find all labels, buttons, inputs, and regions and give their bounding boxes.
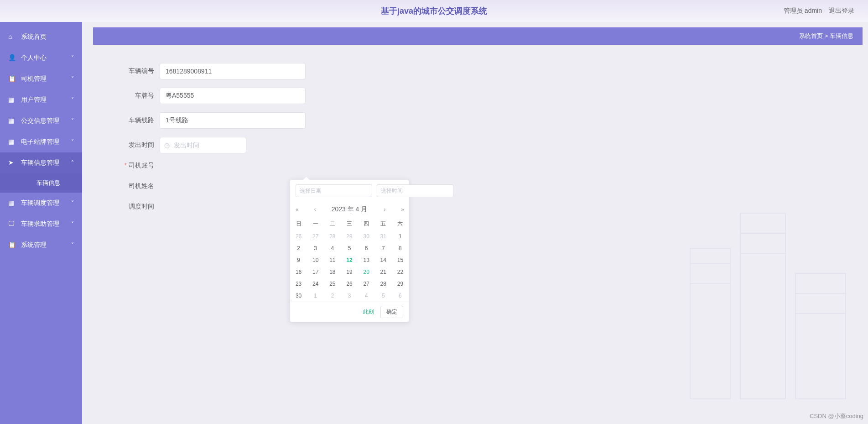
calendar-day[interactable]: 3: [307, 242, 324, 254]
sidebar-item-label: 公交信息管理: [21, 117, 59, 125]
grid-icon: ▦: [8, 96, 16, 104]
header: 基于java的城市公交调度系统 管理员 admin 退出登录: [0, 0, 868, 22]
calendar-day[interactable]: 1: [307, 290, 324, 302]
calendar-day[interactable]: 31: [375, 230, 392, 242]
input-route[interactable]: [160, 112, 306, 129]
calendar-day[interactable]: 8: [392, 242, 409, 254]
send-icon: ➤: [8, 159, 16, 167]
breadcrumb-home[interactable]: 系统首页: [799, 32, 823, 39]
chevron-down-icon: ˅: [71, 200, 74, 206]
chevron-down-icon: ˅: [71, 242, 74, 248]
calendar-day[interactable]: 20: [358, 266, 375, 278]
calendar-day[interactable]: 23: [290, 278, 307, 290]
calendar-day[interactable]: 10: [307, 254, 324, 266]
calendar-day[interactable]: 26: [341, 278, 358, 290]
calendar-day[interactable]: 11: [324, 254, 341, 266]
label-driver-account: 司机账号: [109, 162, 160, 170]
header-right: 管理员 admin 退出登录: [784, 7, 868, 15]
watermark: CSDN @小蔡coding: [810, 412, 863, 420]
calendar-day[interactable]: 28: [324, 230, 341, 242]
calendar-day[interactable]: 6: [392, 290, 409, 302]
weekday-header: 二: [324, 217, 341, 230]
weekday-header: 六: [392, 217, 409, 230]
calendar-day[interactable]: 1: [392, 230, 409, 242]
calendar-day[interactable]: 27: [358, 278, 375, 290]
calendar-day[interactable]: 5: [375, 290, 392, 302]
calendar-day[interactable]: 27: [307, 230, 324, 242]
calendar-day[interactable]: 6: [358, 242, 375, 254]
input-vehicle-id[interactable]: [160, 63, 306, 79]
sidebar-item-4[interactable]: ▦公交信息管理˅: [0, 110, 82, 131]
next-year-icon[interactable]: »: [401, 206, 403, 213]
input-plate[interactable]: [160, 88, 306, 104]
calendar-day[interactable]: 16: [290, 266, 307, 278]
datepicker-title: 2023 年 4 月: [332, 205, 368, 214]
calendar-day[interactable]: 30: [290, 290, 307, 302]
sidebar-item-0[interactable]: ⌂系统首页: [0, 26, 82, 47]
weekday-header: 一: [307, 217, 324, 230]
prev-year-icon[interactable]: «: [296, 206, 298, 213]
calendar-day[interactable]: 2: [290, 242, 307, 254]
sidebar-item-1[interactable]: 👤个人中心˅: [0, 47, 82, 68]
submenu-item[interactable]: 车辆信息: [0, 173, 82, 193]
calendar-day[interactable]: 9: [290, 254, 307, 266]
breadcrumb: 系统首页 > 车辆信息: [93, 27, 863, 45]
calendar-day[interactable]: 29: [341, 230, 358, 242]
sidebar-item-5[interactable]: ▦电子站牌管理˅: [0, 131, 82, 152]
sidebar-item-label: 用户管理: [21, 96, 47, 104]
sidebar-item-3[interactable]: ▦用户管理˅: [0, 89, 82, 110]
sidebar-item-label: 司机管理: [21, 75, 47, 83]
logout-link[interactable]: 退出登录: [829, 7, 854, 15]
calendar-day[interactable]: 18: [324, 266, 341, 278]
label-route: 车辆线路: [109, 116, 160, 125]
prev-month-icon[interactable]: ‹: [314, 206, 315, 213]
ok-button[interactable]: 确定: [380, 306, 403, 318]
calendar-day[interactable]: 3: [341, 290, 358, 302]
clock-icon: ◷: [164, 141, 170, 149]
grid-icon: ▦: [8, 138, 16, 146]
sidebar-item-label: 车辆调度管理: [21, 199, 59, 207]
input-depart-time[interactable]: [160, 137, 246, 153]
sidebar-item-label: 系统首页: [21, 33, 47, 41]
breadcrumb-current: 车辆信息: [830, 32, 853, 39]
now-button[interactable]: 此刻: [363, 309, 374, 315]
weekday-header: 三: [341, 217, 358, 230]
weekday-header: 四: [358, 217, 375, 230]
calendar-day[interactable]: 22: [392, 266, 409, 278]
chevron-down-icon: ˅: [71, 76, 74, 82]
user-label[interactable]: 管理员 admin: [784, 7, 822, 15]
calendar-day[interactable]: 7: [375, 242, 392, 254]
calendar-day[interactable]: 13: [358, 254, 375, 266]
calendar-day[interactable]: 21: [375, 266, 392, 278]
calendar-day[interactable]: 12: [341, 254, 358, 266]
calendar-day[interactable]: 15: [392, 254, 409, 266]
grid-icon: ▦: [8, 117, 16, 125]
calendar-day[interactable]: 24: [307, 278, 324, 290]
calendar-day[interactable]: 2: [324, 290, 341, 302]
sidebar-item-7[interactable]: ▦车辆调度管理˅: [0, 193, 82, 214]
sidebar-item-8[interactable]: 🖵车辆求助管理˅: [0, 214, 82, 235]
calendar-day[interactable]: 25: [324, 278, 341, 290]
calendar-day[interactable]: 30: [358, 230, 375, 242]
calendar-day[interactable]: 4: [358, 290, 375, 302]
calendar-day[interactable]: 19: [341, 266, 358, 278]
sidebar-item-6[interactable]: ➤车辆信息管理˄: [0, 152, 82, 173]
sidebar-item-label: 系统管理: [21, 241, 47, 249]
datepicker-date-input[interactable]: [296, 184, 372, 197]
sidebar-item-label: 车辆求助管理: [21, 220, 59, 228]
sidebar-item-2[interactable]: 📋司机管理˅: [0, 68, 82, 89]
calendar-day[interactable]: 26: [290, 230, 307, 242]
calendar-day[interactable]: 17: [307, 266, 324, 278]
label-driver-name: 司机姓名: [109, 182, 160, 190]
next-month-icon[interactable]: ›: [384, 206, 385, 213]
calendar-day[interactable]: 14: [375, 254, 392, 266]
sidebar-item-9[interactable]: 📋系统管理˅: [0, 235, 82, 256]
label-depart-time: 发出时间: [109, 141, 160, 149]
datepicker-time-input[interactable]: [377, 184, 453, 197]
calendar-day[interactable]: 4: [324, 242, 341, 254]
chevron-down-icon: ˅: [71, 139, 74, 145]
calendar-day[interactable]: 28: [375, 278, 392, 290]
chevron-down-icon: ˅: [71, 55, 74, 61]
calendar-day[interactable]: 29: [392, 278, 409, 290]
calendar-day[interactable]: 5: [341, 242, 358, 254]
